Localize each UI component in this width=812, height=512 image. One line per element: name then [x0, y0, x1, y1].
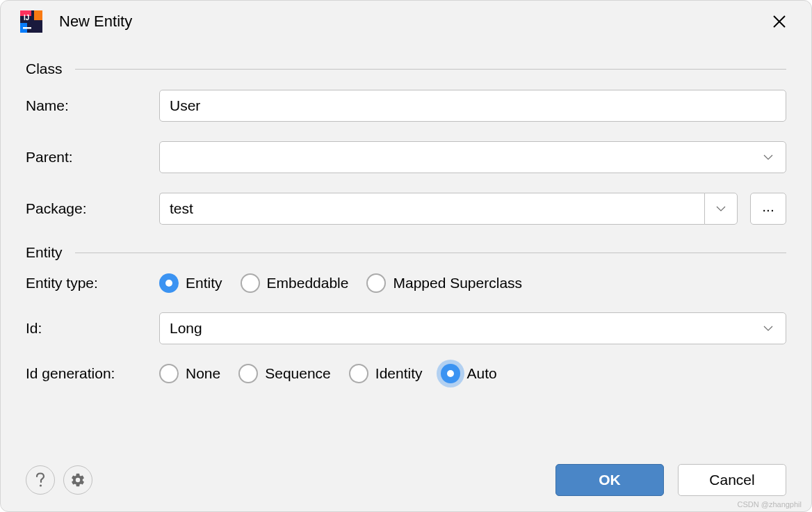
entity-type-label: Entity type:	[26, 275, 159, 291]
cancel-button[interactable]: Cancel	[678, 464, 786, 496]
id-generation-sequence[interactable]: Sequence	[238, 364, 331, 383]
new-entity-dialog: IJ New Entity Class Name: Parent:	[0, 0, 812, 512]
entity-type-mapped-superclass[interactable]: Mapped Superclass	[366, 273, 522, 293]
divider	[75, 253, 786, 253]
package-browse-button[interactable]: ...	[750, 193, 786, 225]
titlebar: IJ New Entity	[1, 1, 811, 41]
radio-label: None	[186, 365, 220, 382]
name-label: Name:	[26, 97, 159, 114]
dialog-footer: OK Cancel	[1, 464, 811, 511]
radio-icon	[241, 273, 260, 293]
svg-text:IJ: IJ	[24, 14, 29, 22]
class-section-header: Class	[26, 61, 786, 77]
parent-label: Parent:	[26, 149, 159, 166]
id-generation-identity[interactable]: Identity	[349, 364, 423, 383]
entity-type-group: Entity Embeddable Mapped Superclass	[159, 273, 522, 293]
watermark: CSDN @zhangphil	[738, 500, 802, 509]
svg-rect-2	[34, 10, 42, 20]
id-generation-none[interactable]: None	[159, 364, 220, 383]
package-row: Package: ...	[26, 193, 786, 225]
radio-label: Identity	[375, 365, 423, 382]
entity-type-embeddable[interactable]: Embeddable	[241, 273, 349, 293]
chevron-down-icon	[763, 323, 773, 333]
dialog-content: Class Name: Parent: Package:	[1, 41, 811, 464]
package-input[interactable]	[159, 193, 704, 225]
id-generation-auto[interactable]: Auto	[441, 364, 497, 383]
parent-row: Parent:	[26, 141, 786, 173]
divider	[75, 69, 786, 70]
id-generation-row: Id generation: None Sequence Identity Au…	[26, 364, 786, 383]
chevron-down-icon	[763, 152, 773, 162]
radio-icon	[159, 273, 179, 293]
help-icon	[35, 472, 46, 488]
gear-icon	[70, 472, 86, 488]
radio-label: Entity	[186, 275, 222, 291]
radio-label: Sequence	[265, 365, 331, 382]
id-generation-label: Id generation:	[26, 365, 159, 382]
settings-button[interactable]	[63, 465, 92, 495]
ellipsis-icon: ...	[762, 198, 774, 215]
entity-section-label: Entity	[26, 244, 63, 261]
id-row: Id: Long	[26, 312, 786, 344]
package-dropdown-button[interactable]	[704, 193, 738, 225]
chevron-down-icon	[716, 206, 726, 212]
name-row: Name:	[26, 90, 786, 122]
ok-button[interactable]: OK	[555, 464, 664, 496]
id-dropdown[interactable]: Long	[159, 312, 786, 344]
radio-label: Auto	[467, 365, 497, 382]
entity-type-row: Entity type: Entity Embeddable Mapped Su…	[26, 273, 786, 293]
class-section-label: Class	[26, 61, 63, 77]
entity-section-header: Entity	[26, 244, 786, 261]
radio-icon	[159, 364, 179, 383]
intellij-icon: IJ	[20, 10, 42, 33]
id-generation-group: None Sequence Identity Auto	[159, 364, 497, 383]
id-label: Id:	[26, 320, 159, 337]
dialog-title: New Entity	[59, 13, 768, 31]
package-label: Package:	[26, 200, 159, 217]
radio-label: Mapped Superclass	[393, 275, 522, 291]
close-icon	[772, 15, 786, 29]
ok-label: OK	[599, 472, 621, 488]
entity-type-entity[interactable]: Entity	[159, 273, 222, 293]
radio-icon	[441, 364, 460, 383]
radio-icon	[238, 364, 258, 383]
radio-label: Embeddable	[267, 275, 349, 291]
radio-icon	[366, 273, 386, 293]
svg-rect-5	[23, 27, 31, 29]
parent-dropdown[interactable]	[159, 141, 786, 173]
help-button[interactable]	[26, 465, 55, 495]
package-combo	[159, 193, 738, 225]
cancel-label: Cancel	[709, 472, 754, 488]
close-button[interactable]	[768, 10, 790, 33]
svg-point-8	[40, 484, 42, 486]
id-value: Long	[170, 320, 763, 337]
name-input[interactable]	[159, 90, 786, 122]
radio-icon	[349, 364, 368, 383]
